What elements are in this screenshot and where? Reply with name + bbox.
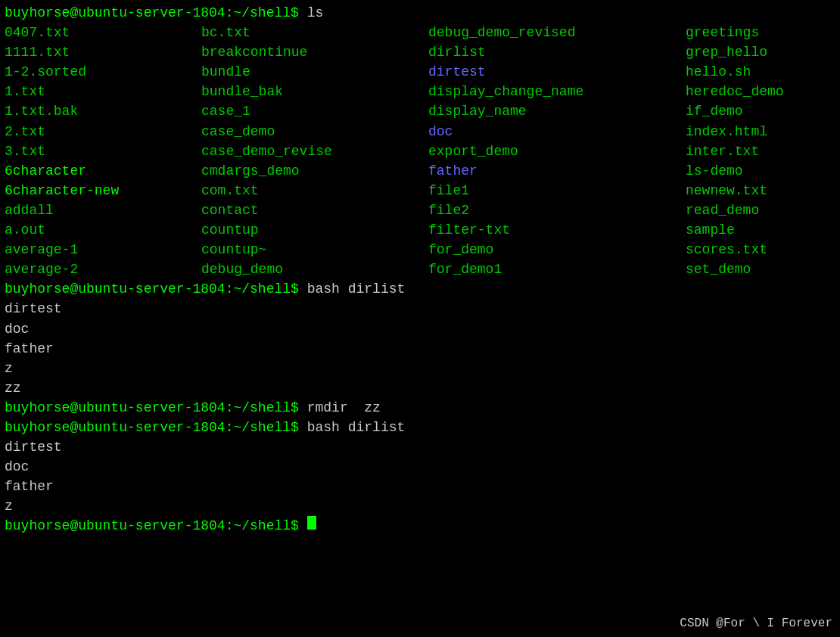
- ls-item: sample: [686, 220, 840, 240]
- ls-output: 0407.txt bc.txt debug_demo_revised greet…: [5, 23, 835, 279]
- ls-cmd: ls: [299, 3, 323, 23]
- ls-item: newnew.txt: [686, 181, 840, 200]
- ls-item: scores.txt: [686, 240, 840, 259]
- ls-item: display_change_name: [428, 82, 686, 101]
- ls-item-exec: 6character-new: [5, 181, 201, 200]
- ls-item: 2.txt: [5, 122, 201, 141]
- prompt-1: buyhorse@ubuntu-server-1804:~/shell$: [5, 3, 299, 23]
- ls-item: case_demo_revise: [201, 141, 428, 161]
- bash-dirlist-1-cmd-line: buyhorse@ubuntu-server-1804:~/shell$ bas…: [5, 279, 835, 299]
- ls-item: bundle_bak: [201, 82, 428, 101]
- ls-item: debug_demo: [201, 259, 428, 279]
- footer-text: CSDN @For \ I Forever: [680, 615, 832, 632]
- ls-item: 1.txt.bak: [5, 101, 201, 121]
- ls-item: bundle: [201, 62, 428, 82]
- ls-item: file1: [428, 181, 686, 200]
- ls-item: breakcontinue: [201, 42, 428, 62]
- ls-item: index.html: [686, 122, 840, 141]
- ls-item: export_demo: [428, 141, 686, 161]
- ls-item: 1111.txt: [5, 42, 201, 62]
- ls-item: 3.txt: [5, 141, 201, 161]
- ls-item: hello.sh: [686, 62, 840, 82]
- prompt-2: buyhorse@ubuntu-server-1804:~/shell$: [5, 279, 299, 299]
- ls-item: addall: [5, 200, 201, 220]
- ls-item: contact: [201, 200, 428, 220]
- ls-item-dir: father: [428, 161, 686, 181]
- ls-item: average-2: [5, 259, 201, 279]
- ls-item: ls-demo: [686, 161, 840, 181]
- ls-item: 1.txt: [5, 82, 201, 101]
- ls-item: cmdargs_demo: [201, 161, 428, 181]
- ls-item: a.out: [5, 220, 201, 240]
- output-zz-1: zz: [5, 378, 835, 398]
- ls-item: 0407.txt: [5, 23, 201, 42]
- ls-item-exec: 6character: [5, 161, 201, 181]
- ls-item: countup: [201, 220, 428, 240]
- ls-item: bc.txt: [201, 23, 428, 42]
- output-dirtest-2: dirtest: [5, 437, 835, 457]
- terminal: buyhorse@ubuntu-server-1804:~/shell$ ls …: [0, 0, 840, 637]
- ls-item: file2: [428, 200, 686, 220]
- ls-item: inter.txt: [686, 141, 840, 161]
- output-doc-1: doc: [5, 319, 835, 339]
- rmdir-cmd: rmdir zz: [299, 398, 381, 418]
- ls-item: for_demo: [428, 240, 686, 259]
- ls-item: greetings: [686, 23, 840, 42]
- ls-item: countup~: [201, 240, 428, 259]
- ls-item: grep_hello: [686, 42, 840, 62]
- ls-item: average-1: [5, 240, 201, 259]
- ls-item: heredoc_demo: [686, 82, 840, 101]
- output-father-1: father: [5, 339, 835, 359]
- bash-dirlist-1-cmd: bash dirlist: [299, 279, 405, 299]
- ls-item-dir: doc: [428, 122, 686, 141]
- bash-dirlist-2-cmd: bash dirlist: [299, 418, 405, 437]
- prompt-3: buyhorse@ubuntu-server-1804:~/shell$: [5, 398, 299, 418]
- final-prompt-line: buyhorse@ubuntu-server-1804:~/shell$: [5, 516, 835, 536]
- output-doc-2: doc: [5, 457, 835, 477]
- rmdir-cmd-line: buyhorse@ubuntu-server-1804:~/shell$ rmd…: [5, 398, 835, 418]
- prompt-5: buyhorse@ubuntu-server-1804:~/shell$: [5, 516, 299, 536]
- output-dirtest-1: dirtest: [5, 299, 835, 318]
- bash-dirlist-2-cmd-line: buyhorse@ubuntu-server-1804:~/shell$ bas…: [5, 418, 835, 437]
- ls-item: filter-txt: [428, 220, 686, 240]
- ls-item: case_demo: [201, 122, 428, 141]
- ls-item: display_name: [428, 101, 686, 121]
- output-z-1: z: [5, 359, 835, 378]
- output-z-2: z: [5, 496, 835, 516]
- ls-command-line: buyhorse@ubuntu-server-1804:~/shell$ ls: [5, 3, 835, 23]
- ls-item: dirlist: [428, 42, 686, 62]
- prompt-4: buyhorse@ubuntu-server-1804:~/shell$: [5, 418, 299, 437]
- ls-item: set_demo: [686, 259, 840, 279]
- ls-item: 1-2.sorted: [5, 62, 201, 82]
- cursor: [307, 516, 316, 530]
- ls-item: case_1: [201, 101, 428, 121]
- ls-item: debug_demo_revised: [428, 23, 686, 42]
- ls-item: if_demo: [686, 101, 840, 121]
- output-father-2: father: [5, 477, 835, 496]
- ls-item: for_demo1: [428, 259, 686, 279]
- ls-item: read_demo: [686, 200, 840, 220]
- ls-item: com.txt: [201, 181, 428, 200]
- ls-item-dir: dirtest: [428, 62, 686, 82]
